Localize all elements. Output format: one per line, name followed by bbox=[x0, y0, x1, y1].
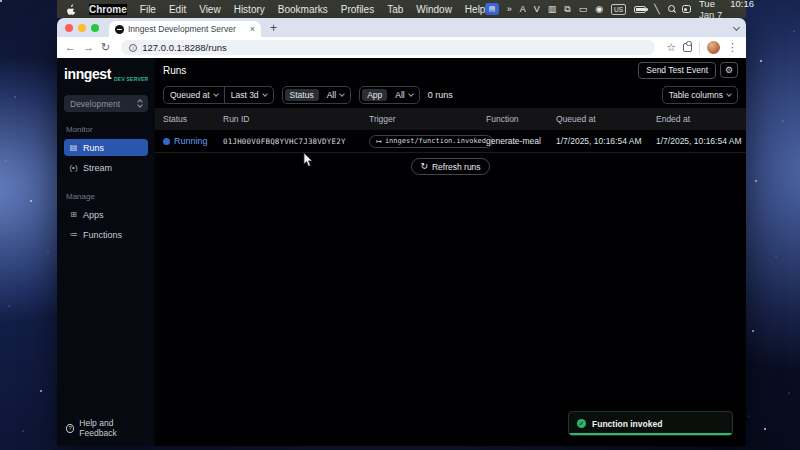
gear-icon: ⚙ bbox=[725, 65, 733, 75]
new-tab-button[interactable]: + bbox=[270, 22, 277, 34]
trigger-badge[interactable]: ↦ inngest/function.invoked bbox=[369, 135, 493, 148]
browser-menu-icon[interactable]: ⋮ bbox=[727, 42, 738, 53]
environment-select[interactable]: Development bbox=[64, 95, 148, 112]
table-columns-button[interactable]: Table columns bbox=[662, 86, 738, 104]
status-icon-record[interactable]: ◉ bbox=[595, 5, 603, 14]
status-icon-backslash[interactable]: ╲ bbox=[654, 5, 659, 14]
control-center-icon[interactable] bbox=[682, 5, 691, 13]
status-icon-chevrons[interactable]: » bbox=[507, 5, 512, 14]
tab-search-chevron-icon[interactable] bbox=[734, 25, 740, 31]
help-and-feedback[interactable]: ? Help and Feedback bbox=[64, 418, 148, 438]
sidebar-item-label: Functions bbox=[83, 230, 122, 240]
menu-item-window[interactable]: Window bbox=[416, 4, 452, 15]
extensions-icon[interactable] bbox=[683, 43, 692, 52]
col-status[interactable]: Status bbox=[163, 114, 223, 124]
sidebar-item-functions[interactable]: ≔ Functions bbox=[64, 226, 148, 243]
status-filter-group: Status All bbox=[282, 86, 352, 104]
trigger-name: inngest/function.invoked bbox=[385, 137, 486, 145]
menu-item-bookmarks[interactable]: Bookmarks bbox=[278, 4, 328, 15]
screen-share-indicator-icon[interactable]: ▤ bbox=[485, 3, 498, 15]
menu-item-file[interactable]: File bbox=[140, 4, 156, 15]
send-test-event-button[interactable]: Send Test Event bbox=[638, 62, 716, 79]
settings-gear-button[interactable]: ⚙ bbox=[720, 62, 738, 78]
tab-favicon bbox=[115, 25, 124, 34]
run-id[interactable]: 01JH00V0FBQ8YVHC7J38VDYE2Y bbox=[223, 137, 369, 146]
inngest-app: inngest DEV SERVER Development Monitor ▤… bbox=[57, 58, 746, 446]
col-function[interactable]: Function bbox=[486, 114, 556, 124]
runs-count: 0 runs bbox=[428, 90, 453, 100]
main-panel: Runs Send Test Event ⚙ Queued at Last 3d bbox=[155, 58, 746, 446]
chevron-down-icon bbox=[408, 91, 414, 97]
spotlight-search-icon[interactable] bbox=[668, 5, 674, 13]
function-name[interactable]: generate-meal bbox=[486, 136, 556, 146]
address-bar[interactable]: i 127.0.0.1:8288/runs bbox=[121, 40, 655, 55]
status-icon-a[interactable]: A bbox=[520, 5, 526, 14]
functions-icon: ≔ bbox=[69, 230, 78, 239]
col-queued-at[interactable]: Queued at bbox=[556, 114, 656, 124]
sidebar-item-apps[interactable]: ⊞ Apps bbox=[64, 206, 148, 223]
refresh-label: Refresh runs bbox=[432, 162, 481, 172]
ended-at-value: 1/7/2025, 10:16:54 AM bbox=[656, 136, 746, 146]
virtual-screen: Chrome File Edit View History Bookmarks … bbox=[57, 0, 746, 446]
tab-strip: Inngest Development Server × + bbox=[57, 18, 746, 37]
site-info-icon[interactable]: i bbox=[129, 44, 137, 52]
monitor-section-label: Monitor bbox=[66, 125, 146, 134]
status-icon-copy[interactable]: ⧉ bbox=[564, 5, 570, 14]
time-filter-group: Queued at Last 3d bbox=[163, 86, 274, 104]
window-controls bbox=[65, 24, 99, 32]
page-header: Runs Send Test Event ⚙ bbox=[155, 58, 746, 82]
sidebar-item-stream[interactable]: (•) Stream bbox=[64, 159, 148, 176]
menu-item-profiles[interactable]: Profiles bbox=[341, 4, 374, 15]
battery-icon[interactable] bbox=[634, 6, 646, 13]
tab-title: Inngest Development Server bbox=[128, 24, 246, 34]
url-text: 127.0.0.1:8288/runs bbox=[142, 42, 227, 53]
status-icon-tiles[interactable]: ▥ bbox=[548, 5, 557, 14]
time-field-dropdown[interactable]: Queued at bbox=[164, 87, 224, 103]
browser-tab[interactable]: Inngest Development Server × bbox=[109, 21, 261, 37]
logo: inngest DEV SERVER bbox=[64, 67, 148, 82]
status-icon-display[interactable]: ▭ bbox=[579, 5, 588, 14]
apple-icon[interactable] bbox=[67, 4, 76, 15]
menu-item-tab[interactable]: Tab bbox=[387, 4, 403, 15]
reload-button[interactable]: ↻ bbox=[101, 42, 110, 53]
forward-button[interactable]: → bbox=[83, 42, 94, 53]
zoom-window-button[interactable] bbox=[91, 24, 99, 32]
event-trigger-icon: ↦ bbox=[376, 138, 382, 145]
page-title: Runs bbox=[163, 65, 186, 76]
bookmark-star-icon[interactable]: ☆ bbox=[666, 42, 676, 53]
chevron-down-icon bbox=[213, 91, 219, 97]
menu-app-name[interactable]: Chrome bbox=[89, 4, 127, 15]
close-window-button[interactable] bbox=[65, 24, 73, 32]
profile-avatar[interactable] bbox=[707, 41, 720, 54]
col-ended-at[interactable]: Ended at bbox=[656, 114, 746, 124]
table-row[interactable]: Running 01JH00V0FBQ8YVHC7J38VDYE2Y ↦ inn… bbox=[155, 130, 746, 153]
menu-item-help[interactable]: Help bbox=[465, 4, 486, 15]
sidebar-item-label: Stream bbox=[83, 163, 112, 173]
menu-item-history[interactable]: History bbox=[234, 4, 265, 15]
help-label: Help and Feedback bbox=[79, 418, 146, 438]
tab-close-icon[interactable]: × bbox=[250, 25, 255, 34]
environment-value: Development bbox=[70, 99, 120, 109]
app-filter-dropdown[interactable]: All bbox=[389, 87, 418, 103]
menu-item-view[interactable]: View bbox=[199, 4, 221, 15]
col-trigger[interactable]: Trigger bbox=[369, 114, 486, 124]
input-source-badge[interactable]: US bbox=[611, 4, 626, 15]
run-status[interactable]: Running bbox=[174, 136, 208, 146]
minimize-window-button[interactable] bbox=[78, 24, 86, 32]
queued-at-value: 1/7/2025, 10:16:54 AM bbox=[556, 136, 656, 146]
chevron-down-icon bbox=[339, 91, 345, 97]
status-filter-dropdown[interactable]: All bbox=[321, 87, 350, 103]
col-run-id[interactable]: Run ID bbox=[223, 114, 369, 124]
refresh-runs-button[interactable]: ↻ Refresh runs bbox=[411, 158, 489, 175]
time-range-dropdown[interactable]: Last 3d bbox=[224, 87, 273, 103]
back-button[interactable]: ← bbox=[65, 42, 76, 53]
menu-bar-clock[interactable]: Tue Jan 7 10:16 bbox=[699, 0, 754, 20]
app-filter-group: App All bbox=[359, 86, 420, 104]
sidebar-item-label: Apps bbox=[83, 210, 104, 220]
status-icon-v[interactable]: V bbox=[534, 5, 540, 14]
sidebar-item-runs[interactable]: ▤ Runs bbox=[64, 139, 148, 156]
toast-notification[interactable]: ✓ Function invoked bbox=[568, 411, 733, 436]
menu-item-edit[interactable]: Edit bbox=[169, 4, 186, 15]
help-icon: ? bbox=[66, 424, 74, 433]
table-header: Status Run ID Trigger Function Queued at… bbox=[155, 108, 746, 130]
